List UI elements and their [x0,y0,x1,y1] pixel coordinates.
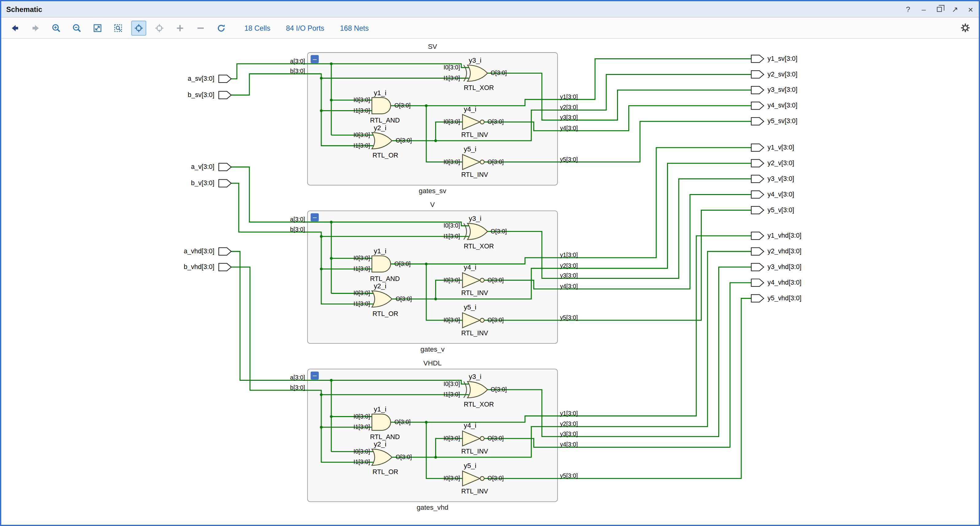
expand-selection-button[interactable] [172,20,188,35]
minimize-button[interactable]: – [921,5,927,13]
schematic-canvas[interactable]: y3_iRTL_XORI0[3:0]I1[3:0]O[3:0]y1_iRTL_A… [1,39,979,525]
output-port-y3_vhd[interactable] [751,263,764,271]
output-port-y4_sv[interactable] [751,102,764,109]
zoom-out-button[interactable] [69,20,84,35]
output-port-label: y4_sv[3:0] [767,101,797,109]
io-ports-link[interactable]: 84 I/O Ports [286,24,324,31]
net-y2_sv[interactable] [557,74,751,110]
input-port-b_v[interactable] [219,180,231,187]
net-junction [320,268,323,270]
collapse-block-button[interactable]: – [310,55,318,63]
regenerate-layout-button[interactable] [214,20,229,35]
nets-link[interactable]: 168 Nets [340,24,369,31]
net-a_v[interactable] [231,167,308,222]
output-port-y4_v[interactable] [751,191,764,198]
gate-output-pin-label: O[3:0] [394,101,410,109]
titlebar: Schematic ? – ↗ × [1,1,979,18]
zoom-out-icon [72,23,82,33]
net-b_sv[interactable] [231,74,308,95]
zoom-fit-icon [92,23,102,33]
net-y3_v[interactable] [557,179,751,279]
collapse-selection-button[interactable] [193,20,208,35]
collapse-block-button[interactable]: – [310,214,318,222]
output-port-y3_v[interactable] [751,175,764,182]
and-gate-y1_i[interactable] [372,256,391,272]
back-button[interactable] [7,20,22,35]
module-block-gates_vhd[interactable] [307,369,557,502]
net-junction [330,221,332,223]
gate-name: y2_i [374,124,386,132]
forward-button[interactable] [28,20,43,35]
gate-input-pin-label: I1[3:0] [443,390,460,398]
gate-input-pin-label: I1[3:0] [353,423,370,431]
settings-button[interactable] [958,20,973,35]
gate-output-pin-label: O[3:0] [488,158,504,166]
gate-output-pin-label: O[3:0] [396,295,412,303]
net-y5_v[interactable] [557,210,751,320]
input-port-a_sv[interactable] [219,75,231,82]
gate-output-pin-label: O[3:0] [394,418,410,426]
zoom-in-button[interactable] [49,20,64,35]
close-button[interactable]: × [967,5,974,13]
gate-input-pin-label: I0[3:0] [353,254,370,262]
net-junction [330,415,332,418]
output-port-y5_sv[interactable] [751,118,764,125]
output-port-y2_sv[interactable] [751,71,764,78]
block-title: V [430,201,435,209]
restore-button[interactable] [936,6,942,11]
autofit-selection-button[interactable] [131,20,146,35]
gate-input-pin-label: I1[3:0] [353,265,370,273]
help-button[interactable]: ? [905,5,911,13]
output-port-y1_sv[interactable] [751,55,764,62]
input-port-b_sv[interactable] [219,91,231,99]
gate-output-pin-label: O[3:0] [488,434,504,442]
net-junction [320,77,323,80]
net-y3_sv[interactable] [557,90,751,120]
block-instance: gates_v [420,345,444,353]
module-block-gates_v[interactable] [307,210,557,343]
zoom-to-selection-button[interactable] [111,20,126,35]
output-port-y1_v[interactable] [751,144,764,151]
toggle-autofit-button[interactable] [152,20,167,35]
output-port-y2_v[interactable] [751,159,764,167]
input-port-a_vhd[interactable] [219,248,231,255]
net-b_vhd[interactable] [231,267,308,390]
net-y3_vhd[interactable] [557,267,751,437]
net-y1_sv[interactable] [557,59,751,99]
net-b_v[interactable] [231,183,308,232]
net-y4_vhd[interactable] [557,283,751,447]
float-button[interactable]: ↗ [952,5,958,13]
output-port-y4_vhd[interactable] [751,279,764,287]
module-block-gates_sv[interactable] [307,53,557,185]
gate-input-pin-label: I1[3:0] [353,106,370,114]
output-port-label: y5_v[3:0] [767,206,794,214]
net-y4_sv[interactable] [557,106,751,131]
and-gate-y1_i[interactable] [372,414,391,430]
zoom-fit-button[interactable] [90,20,105,35]
output-port-y2_vhd[interactable] [751,248,764,255]
output-port-y3_sv[interactable] [751,86,764,94]
and-gate-y1_i[interactable] [372,98,391,114]
input-port-a_v[interactable] [219,163,231,171]
cells-link[interactable]: 18 Cells [244,24,270,31]
net-y4_v[interactable] [557,194,751,289]
block-output-pin-label: y4[3:0] [560,282,578,290]
output-port-y5_vhd[interactable] [751,295,764,302]
gate-output-pin-label: O[3:0] [491,69,507,77]
net-y5_sv[interactable] [557,121,751,162]
input-port-b_vhd[interactable] [219,263,231,271]
net-a_vhd[interactable] [231,252,308,381]
output-port-label: y1_sv[3:0] [767,54,797,62]
output-port-y5_v[interactable] [751,206,764,214]
net-y1_v[interactable] [557,148,751,258]
net-y1_vhd[interactable] [557,236,751,416]
gate-output-pin-label: O[3:0] [488,276,504,284]
output-port-label: y3_vhd[3:0] [767,263,802,271]
net-y2_vhd[interactable] [557,252,751,427]
collapse-block-button[interactable]: – [310,371,318,379]
output-port-y1_vhd[interactable] [751,232,764,239]
gate-type: RTL_AND [370,433,400,441]
net-y5_vhd[interactable] [557,298,751,479]
block-output-pin-label: y1[3:0] [560,409,578,417]
gate-name: y2_i [374,282,386,290]
